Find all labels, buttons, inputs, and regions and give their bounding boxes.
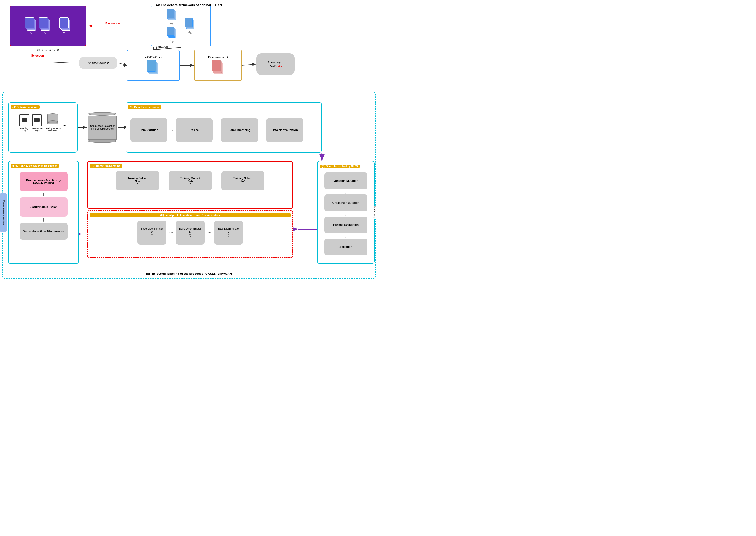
- disc-dots2: ⋯: [207, 230, 211, 235]
- arrow-2: →: [215, 128, 219, 133]
- data-icons-row: PaintingLog ConstructionLedger: [11, 113, 75, 132]
- panel-c-title: (C) Generator evolved by NECS: [320, 165, 360, 168]
- panel-d-title: (D) Bootstrap Samping: [90, 164, 122, 168]
- disc-dots: ⋯: [169, 230, 173, 235]
- gen-icon-1: Gθ₁: [25, 17, 36, 34]
- panel-d: (D) Bootstrap Samping Training SubsetSub…: [87, 161, 293, 209]
- f-arrow-1: ↓: [42, 191, 45, 197]
- gen-evolved-icon-mu: Gθμ: [167, 27, 177, 43]
- gen-theta-box: Generator Gθ: [127, 50, 180, 81]
- panel-e: (E) Initial pool of candidate base Discr…: [87, 210, 293, 258]
- disc-d-box: Discriminator D: [194, 50, 242, 81]
- svg-line-11: [118, 63, 127, 65]
- weighted-ensemble-label: Weighted Ensemble Strategy: [2, 200, 5, 225]
- disc-item-1: Base DiscriminatorDφ1: [137, 220, 166, 245]
- necs-step-crossover: Crossover Mutation: [324, 194, 367, 211]
- gen-label-2: Gθ₂: [43, 31, 46, 34]
- panel-e-title: (E) Initial pool of candidate base Discr…: [90, 213, 291, 217]
- step-resize: Resize: [176, 118, 213, 142]
- main-container: Evaluation Variation Selection Gθ₁: [0, 0, 378, 281]
- panel-f-title: (F) IGASEN Ensemble Pruning Strategy: [11, 164, 59, 168]
- step-data-partition: Data Partition: [130, 118, 167, 142]
- gen-icon-2: Gθ₂: [39, 17, 50, 34]
- gen-label-mu: Gθμ: [63, 31, 67, 34]
- svg-line-10: [242, 64, 256, 65]
- construction-ledger-caption: ConstructionLedger: [31, 127, 43, 132]
- gen-evolved-stack-1: [167, 9, 177, 21]
- painting-log-icon: PaintingLog: [19, 115, 29, 132]
- panel-b-title: (B) Data Preprocessing: [128, 105, 161, 109]
- panel-b: (B) Data Preprocessing Data Partition → …: [125, 102, 322, 152]
- gen-theta-stack: [147, 60, 160, 76]
- gen-evolved-label-1: Gθ₁: [170, 22, 173, 25]
- disc-d-label: Discriminator D: [208, 55, 228, 59]
- disc-square-tau: Base DiscriminatorDφτ: [214, 220, 243, 245]
- panel-a-title: (A) Data Acquisition: [11, 105, 40, 109]
- gen-evolved-box: Gθ₁ Gθμ ⋯: [151, 6, 211, 46]
- random-noise-box: Random noise z: [79, 57, 118, 69]
- preprocess-steps: Data Partition → Resize → Data Smoothing…: [128, 118, 320, 142]
- section-a: Evaluation Variation Selection Gθ₁: [2, 3, 376, 89]
- painting-log-caption: PaintingLog: [20, 127, 28, 132]
- construction-ledger-icon: ConstructionLedger: [31, 115, 43, 132]
- gen-icons-row: Gθ₁ Gθ₂ ⋯: [25, 17, 71, 34]
- gen-theta-label: Generator Gθ: [145, 55, 162, 59]
- gen-evolved-inner: Gθ₁ Gθμ ⋯: [167, 9, 195, 43]
- accuracy-label: Accuracy：: [267, 61, 283, 65]
- subset-2: Training SubsetSub2: [169, 171, 212, 190]
- necs-step-fitness: Fitness Evaluation: [324, 217, 367, 233]
- unbalanced-dataset: Unbalanced Dataset of Ship Coating Defec…: [87, 107, 118, 148]
- subset-row: Training SubsetSub1 ⋯ Training SubsetSub…: [90, 171, 291, 190]
- gen-evolved-icon-1: Gθ₁: [167, 9, 177, 25]
- cylinder-container: [48, 113, 58, 126]
- section-b-caption: (b)The overall pipeline of the proposed …: [6, 272, 372, 275]
- disc-square-1: Base DiscriminatorDφ1: [137, 220, 166, 245]
- unbalanced-label: Unbalanced Dataset of Ship Coating Defec…: [88, 123, 116, 131]
- f-steps: Discriminators Selection by IGASEN Pruni…: [11, 172, 76, 240]
- gen-stack-mu: [59, 17, 71, 31]
- f-arrow-2: ↓: [42, 217, 45, 223]
- disc-square-2: Base DiscriminatorDφ2: [176, 220, 205, 245]
- step-data-normalization: Data Normalization: [266, 118, 303, 142]
- section-b-wrapper: (A) Data Acquisition PaintingLog: [6, 95, 377, 270]
- gen-evolved-stack-mu: [167, 27, 177, 39]
- coating-db-icon: Coating ProcessDatabase: [45, 113, 61, 132]
- necs-step-variation: Variation Mutation: [324, 172, 367, 189]
- gen-stack-2: [39, 17, 50, 31]
- gen-evolved-label-2: Gθ₂: [188, 31, 191, 34]
- f-step-fusion: Discriminators Fusion: [19, 197, 68, 217]
- necs-steps: Variation Mutation ↓ Crossover Mutation …: [320, 172, 372, 255]
- disc-boxes-row: Base DiscriminatorDφ1 ⋯ Base Discriminat…: [90, 220, 291, 245]
- dots-middle: ⋯: [179, 22, 183, 26]
- disc-item-tau: Base DiscriminatorDφτ: [214, 220, 243, 245]
- necs-step-selection: Selection: [324, 239, 367, 255]
- gen-evolved-icon-2: Gθ₂: [185, 18, 195, 34]
- selection-label-a: Selection: [31, 54, 44, 57]
- necs-arrow-1: ↓: [345, 189, 347, 194]
- subset-1: Training SubsetSub1: [116, 171, 159, 190]
- gen-evolved-stack-2: [185, 18, 195, 30]
- subset-tau: Training SubsetSubτ: [221, 171, 264, 190]
- panel-c: (C) Generator evolved by NECS Main Loop …: [317, 161, 375, 264]
- population-box: Gθ₁ Gθ₂ ⋯: [10, 6, 86, 46]
- gen-col-left: Gθ₁ Gθμ: [167, 9, 177, 43]
- disc-item-2: Base DiscriminatorDφ2: [176, 220, 205, 245]
- painting-log-shape: [19, 115, 29, 126]
- panel-a-dots: ⋯: [62, 123, 66, 132]
- accuracy-box: Accuracy： Real/Fake: [256, 53, 294, 75]
- necs-arrow-2: ↓: [345, 211, 347, 217]
- arrow-3: →: [260, 128, 264, 133]
- section-b: (A) Data Acquisition PaintingLog: [2, 92, 376, 279]
- accuracy-value: Real/Fake: [269, 65, 282, 68]
- coating-db-caption: Coating ProcessDatabase: [45, 127, 61, 132]
- gen-evolved-label-mu: Gθμ: [170, 40, 173, 43]
- panel-a: (A) Data Acquisition PaintingLog: [8, 102, 78, 152]
- step-data-smoothing: Data Smoothing: [221, 118, 258, 142]
- gen-icon-mu: Gθμ: [59, 17, 71, 34]
- subset-dots2: ⋯: [215, 179, 219, 183]
- weighted-ensemble-box: Weighted Ensemble Strategy: [0, 193, 7, 232]
- disc-d-stack: [212, 60, 225, 76]
- gen-stack-1: [25, 17, 36, 31]
- necs-arrow-3: ↓: [345, 233, 347, 239]
- arrow-1: →: [169, 128, 174, 133]
